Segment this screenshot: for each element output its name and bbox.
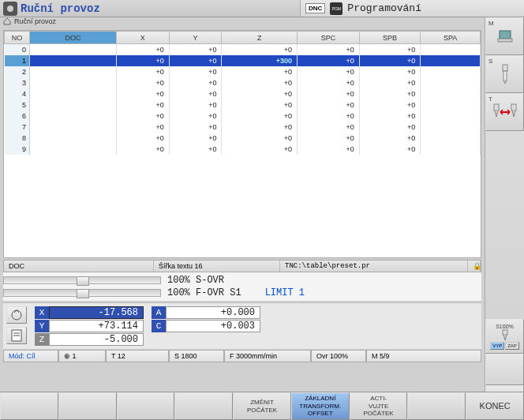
f-ovr-text: 100% F-OVR S1 bbox=[167, 287, 241, 298]
spindle-icon bbox=[497, 63, 513, 85]
col-doc[interactable]: DOC bbox=[30, 32, 117, 44]
header: Ruční provoz DNC PGM Programování bbox=[0, 0, 524, 17]
table-row[interactable]: 7+0+0+0+0+0 bbox=[5, 122, 481, 133]
axis-x-label: X bbox=[35, 306, 49, 319]
mode-icon bbox=[3, 2, 17, 16]
s-ovr-text: 100% S-OVR bbox=[167, 275, 224, 286]
axis-x-value[interactable]: -17.568 bbox=[49, 306, 144, 319]
svg-rect-3 bbox=[503, 65, 507, 71]
svg-point-0 bbox=[7, 6, 13, 12]
status-spindle: S 1800 bbox=[169, 350, 224, 362]
midbar-doc: DOC bbox=[4, 261, 154, 272]
softkey-7[interactable]: ACTI-VUJTEPOČÁTEK bbox=[350, 392, 408, 420]
title-right: Programování bbox=[347, 2, 421, 14]
svg-point-8 bbox=[12, 310, 21, 320]
status-feed: F 3000mm/min bbox=[224, 350, 311, 362]
status-mode: Mód: Cíl bbox=[3, 350, 58, 362]
softkey-2[interactable] bbox=[58, 392, 117, 420]
side-s-button[interactable]: S bbox=[485, 55, 524, 93]
midbar: DOC Šířka textu 16 TNC:\table\preset.pr … bbox=[3, 260, 481, 272]
softkey-6[interactable]: ZÁKLADNÍTRANSFORM.OFFSET bbox=[291, 392, 350, 420]
col-z[interactable]: Z bbox=[222, 32, 297, 44]
table-row[interactable]: 5+0+0+0+0+0 bbox=[5, 99, 481, 111]
table-row[interactable]: 2+0+0+0+0+0 bbox=[5, 66, 481, 77]
side-t-button[interactable]: T bbox=[485, 93, 524, 131]
position-block: X-17.568 Y+73.114 Z-5.000 A+0.000 C+0.00… bbox=[3, 302, 481, 349]
table-row[interactable]: 3+0+0+0+0+0 bbox=[5, 77, 481, 88]
svg-rect-5 bbox=[494, 104, 499, 111]
softkey-bar: ZMĚNITPOČÁTEK ZÁKLADNÍTRANSFORM.OFFSET A… bbox=[0, 392, 524, 420]
side-empty-button[interactable] bbox=[485, 354, 524, 385]
table-row[interactable]: 9+0+0+0+0+0 bbox=[5, 144, 481, 155]
table-row[interactable]: 8+0+0+0+0+0 bbox=[5, 133, 481, 144]
table-row[interactable]: 1+0+0+300+0+0 bbox=[5, 55, 481, 66]
axis-y-label: Y bbox=[35, 320, 49, 332]
col-y[interactable]: Y bbox=[169, 32, 222, 44]
pgm-icon: PGM bbox=[330, 2, 342, 15]
midbar-sitka: Šířka textu 16 bbox=[154, 261, 280, 272]
svg-rect-2 bbox=[498, 39, 512, 42]
softkey-3[interactable] bbox=[117, 392, 175, 420]
side-m-button[interactable]: M bbox=[485, 17, 524, 55]
s-vyp-button[interactable]: VYP bbox=[490, 342, 504, 350]
s-zap-button[interactable]: ZAP bbox=[505, 342, 519, 350]
override-block: 100% S-OVR 100% F-OVR S1 LIMIT 1 bbox=[3, 272, 481, 301]
status-tool: T 12 bbox=[106, 350, 169, 362]
col-no[interactable]: NO bbox=[5, 32, 30, 44]
f-ovr-slider[interactable] bbox=[3, 289, 161, 297]
title-main: Ruční provoz bbox=[21, 2, 100, 15]
axis-a-value[interactable]: +0.000 bbox=[166, 306, 260, 319]
status-m: M 5/9 bbox=[366, 350, 481, 362]
axis-a-label: A bbox=[152, 306, 166, 319]
machine-icon bbox=[495, 26, 515, 47]
axis-c-label: C bbox=[152, 320, 166, 332]
status-ovr: Ovr 100% bbox=[311, 350, 366, 362]
s-ovr-slider[interactable] bbox=[3, 276, 161, 284]
midbar-path: TNC:\table\preset.pr bbox=[280, 261, 468, 272]
axis-z-label: Z bbox=[35, 333, 49, 346]
main: NODOCXYZSPCSPBSPA 0+0+0+0+0+01+0+0+300+0… bbox=[0, 28, 485, 392]
axis-y-value[interactable]: +73.114 bbox=[49, 320, 144, 332]
svg-rect-6 bbox=[511, 104, 516, 111]
table-row[interactable]: 4+0+0+0+0+0 bbox=[5, 88, 481, 99]
col-x[interactable]: X bbox=[117, 32, 170, 44]
preset-table[interactable]: NODOCXYZSPCSPBSPA 0+0+0+0+0+01+0+0+300+0… bbox=[3, 30, 481, 258]
col-spa[interactable]: SPA bbox=[421, 32, 481, 44]
home-icon bbox=[3, 17, 11, 25]
spindle-small-icon bbox=[500, 329, 511, 342]
svg-rect-4 bbox=[503, 71, 507, 81]
table-row[interactable]: 0+0+0+0+0+0 bbox=[5, 44, 481, 55]
doc-icon bbox=[7, 328, 26, 343]
table-row[interactable]: 6+0+0+0+0+0 bbox=[5, 111, 481, 122]
cycle-icon bbox=[7, 307, 26, 323]
lock-icon: 🔒 bbox=[468, 261, 481, 272]
softkey-9[interactable]: KONEC bbox=[466, 392, 524, 420]
axis-c-value[interactable]: +0.003 bbox=[166, 320, 260, 332]
softkey-4[interactable] bbox=[174, 392, 233, 420]
col-spc[interactable]: SPC bbox=[297, 32, 359, 44]
tool-change-icon bbox=[492, 101, 518, 123]
axis-z-value[interactable]: -5.000 bbox=[49, 333, 144, 346]
status-row: Mód: Cíl ⊕ 1 T 12 S 1800 F 3000mm/min Ov… bbox=[3, 350, 481, 362]
svg-rect-7 bbox=[503, 330, 507, 335]
cycle-button-1[interactable] bbox=[6, 306, 27, 324]
softkey-8[interactable] bbox=[407, 392, 466, 420]
col-spb[interactable]: SPB bbox=[359, 32, 421, 44]
cycle-button-2[interactable] bbox=[6, 327, 27, 344]
side-s100-button[interactable]: S100% VYP ZAP bbox=[485, 319, 524, 354]
status-preset: ⊕ 1 bbox=[58, 350, 106, 362]
softkey-5[interactable]: ZMĚNITPOČÁTEK bbox=[233, 392, 291, 420]
limit-text: LIMIT 1 bbox=[265, 287, 305, 298]
softkey-1[interactable] bbox=[0, 392, 58, 420]
svg-rect-1 bbox=[500, 31, 511, 39]
subtitle: Ruční provoz bbox=[14, 17, 56, 25]
right-sidebar: M S T S100% VYP ZAP F100% VYP ZAP bbox=[485, 17, 524, 420]
dnc-badge: DNC bbox=[305, 3, 325, 13]
